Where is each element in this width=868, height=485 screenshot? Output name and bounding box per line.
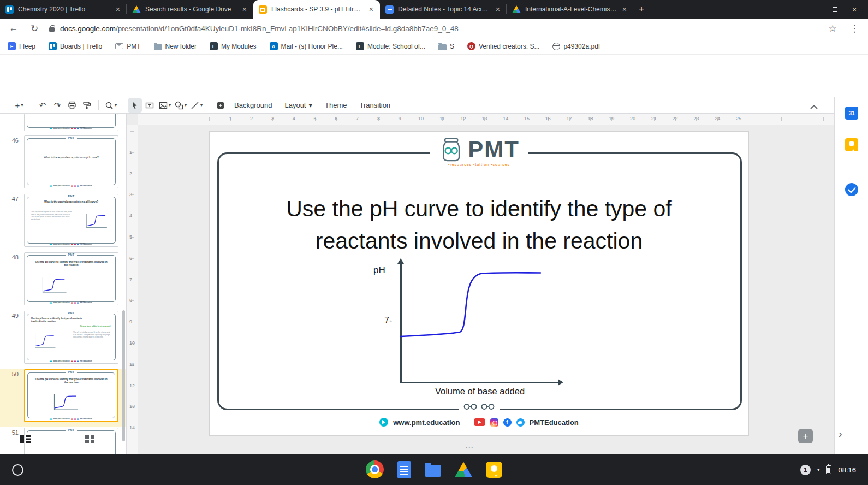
tab-google-drive[interactable]: Search results - Google Drive × [127, 0, 253, 19]
browser-menu-icon[interactable]: ⋮ [848, 23, 860, 34]
caret-icon: ▾ [309, 101, 313, 109]
shape-icon [175, 101, 183, 110]
bookmark-my-modules[interactable]: LMy Modules [210, 42, 257, 50]
tab-close-icon[interactable]: × [368, 5, 374, 14]
fleep-icon: F [8, 42, 16, 50]
paint-roller-icon [82, 101, 91, 110]
caret-icon: ▾ [200, 103, 203, 108]
slide-number: 47 [7, 196, 19, 202]
lock-icon[interactable] [49, 27, 55, 32]
bookmark-verified-creators[interactable]: QVerified creators: S... [467, 42, 539, 50]
zoom-button[interactable]: ▾ [103, 98, 118, 113]
keep-icon[interactable] [845, 138, 858, 151]
bookmark-pmt[interactable]: PMT [115, 43, 140, 50]
mini-ph-graph [39, 275, 70, 297]
tab-close-icon[interactable]: × [621, 5, 628, 14]
back-icon[interactable]: ← [8, 23, 20, 34]
globe-icon [552, 43, 560, 50]
tray-caret-icon: ▾ [817, 467, 820, 472]
hide-menus-button[interactable] [810, 102, 818, 111]
keep-icon[interactable] [486, 462, 502, 478]
brand-name: PMTEducation [530, 418, 579, 427]
background-button[interactable]: Background [228, 98, 278, 113]
maximize-icon[interactable] [827, 3, 843, 16]
text-box-button[interactable] [142, 98, 157, 113]
envelope-icon [115, 43, 123, 49]
explore-button[interactable]: + [798, 429, 813, 443]
insert-placeholder-button[interactable] [213, 98, 228, 113]
mini-pmt-logo: PMT [66, 428, 76, 431]
redo-button[interactable]: ↷ [50, 98, 64, 113]
insert-line-button[interactable]: ▾ [189, 98, 204, 113]
slide-thumbnail-46[interactable]: PMT What is the equivalence point on a p… [24, 135, 118, 188]
notes-drag-handle[interactable]: ⋯ [465, 442, 474, 452]
calendar-icon[interactable]: 31 [845, 107, 858, 120]
bookmark-new-folder[interactable]: New folder [154, 43, 197, 50]
drive-icon[interactable] [455, 462, 472, 477]
tab-detailed-notes[interactable]: Detailed Notes - Topic 14 Acid-b... × [380, 0, 507, 19]
mini-pmt-logo: PMT [66, 253, 76, 256]
refresh-icon[interactable]: ↻ [28, 23, 40, 34]
minimize-icon[interactable]: — [807, 3, 823, 16]
bookmark-module-school[interactable]: LModule: School of... [356, 42, 425, 50]
chrome-icon[interactable] [366, 460, 384, 478]
tasks-icon[interactable] [845, 183, 858, 196]
pmt-logo[interactable]: PMT •resources •tuition •courses [430, 137, 528, 167]
new-tab-button[interactable]: + [633, 0, 650, 19]
bookmark-star-icon[interactable]: ☆ [827, 23, 839, 34]
filmstrip-view-icon[interactable] [20, 435, 31, 443]
tab-flashcards-active[interactable]: Flashcards - SP 3.9 - pH Titratio... × [253, 0, 380, 19]
docs-icon[interactable] [397, 461, 411, 478]
slide-thumbnail-partial[interactable]: www.pmt.education PMTEducation [24, 114, 118, 131]
url-field[interactable]: docs.google.com/presentation/d/1onGt0dfa… [60, 25, 818, 33]
docs-favicon [385, 5, 394, 14]
layout-button[interactable]: Layout▾ [278, 98, 318, 113]
plus-box-icon [216, 101, 225, 110]
filmstrip-scrollbar[interactable] [122, 310, 125, 441]
slide-thumbnail-49[interactable]: PMT Use the pH curve to identify the typ… [24, 311, 118, 364]
grid-view-icon[interactable] [85, 435, 94, 443]
bookmark-pdf[interactable]: p49302a.pdf [552, 43, 600, 50]
status-tray[interactable]: 1 ▾ 08:16 [800, 460, 856, 480]
mini-youtube-icon [71, 128, 73, 129]
y-axis-label: pH [373, 265, 385, 276]
filmstrip-row-partial: www.pmt.education PMTEducation [0, 114, 127, 131]
slide-title[interactable]: Use the pH curve to identify the type of… [240, 193, 718, 258]
close-window-icon[interactable]: × [846, 3, 863, 16]
glasses-icon [481, 403, 495, 410]
transition-button[interactable]: Transition [354, 98, 397, 113]
bookmark-fleep[interactable]: FFleep [8, 42, 35, 50]
tab-international-chemistry[interactable]: International-A-Level-Chemistry-... × [507, 0, 633, 19]
slide-thumbnail-47[interactable]: PMT What is the equivalence point on a p… [24, 194, 118, 247]
slide-page[interactable]: PMT •resources •tuition •courses Use the… [209, 131, 749, 436]
tab-close-icon[interactable]: × [115, 5, 121, 14]
bookmark-trello-boards[interactable]: Boards | Trello [49, 42, 102, 50]
insert-image-button[interactable]: ▾ [157, 98, 173, 113]
slide-thumbnail-48[interactable]: PMT Use the pH curve to identify the typ… [24, 252, 118, 305]
address-bar-actions: ☆ ⋮ [827, 23, 860, 34]
bookmark-mail[interactable]: oMail - (s) Honor Ple... [270, 42, 343, 50]
workspace-side-panel: 31 › [834, 97, 868, 454]
mini-instagram-icon [74, 128, 76, 129]
new-slide-button[interactable]: +▾ [12, 98, 26, 113]
tab-close-icon[interactable]: × [241, 5, 248, 14]
print-button[interactable] [65, 98, 79, 113]
filmstrip-row-49: 49 PMT Use the pH curve to identify the … [0, 311, 127, 368]
slide-number: 51 [7, 429, 19, 436]
tab-close-icon[interactable]: × [495, 5, 501, 14]
theme-button[interactable]: Theme [319, 98, 353, 113]
launcher-icon[interactable] [9, 461, 26, 478]
show-side-panel-icon[interactable]: › [839, 428, 842, 440]
url-domain: docs.google.com [60, 25, 116, 33]
slide-thumbnail-50[interactable]: PMT Use the pH curve to identify the typ… [24, 369, 118, 422]
pmt-logo-text: PMT [468, 138, 520, 161]
mini-facebook-icon [77, 128, 79, 129]
caret-icon: ▾ [185, 103, 187, 108]
bookmark-s-folder[interactable]: S [438, 43, 454, 50]
tab-trello[interactable]: Chemistry 2020 | Trello × [0, 0, 127, 19]
insert-shape-button[interactable]: ▾ [173, 98, 188, 113]
paint-format-button[interactable] [80, 98, 94, 113]
files-icon[interactable] [425, 465, 441, 477]
undo-button[interactable]: ↶ [35, 98, 50, 113]
select-tool-button[interactable] [128, 98, 142, 113]
